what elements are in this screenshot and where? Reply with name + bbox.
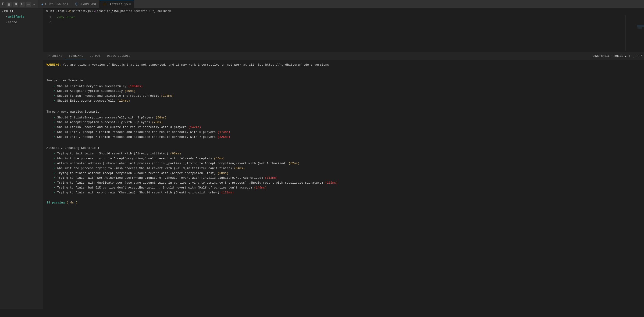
test-line-3: ✓ Should Finish Procces and calculate th… — [54, 94, 641, 98]
warning-text: You are using a version of Node.js that … — [63, 63, 329, 66]
checkmark-8: ✓ — [54, 130, 57, 134]
checkmark-2: ✓ — [54, 89, 57, 93]
tab-close-icon[interactable]: × — [129, 3, 131, 6]
maximize-panel-icon[interactable]: ☐ — [637, 54, 639, 58]
passing-time-close: ) — [76, 201, 78, 204]
test-time-6: (70ms) — [152, 120, 163, 124]
test-line-14: ✓ Trying to finish without AcceptEncrypt… — [54, 171, 641, 176]
artifacts-label: artifacts — [8, 15, 24, 18]
checkmark-15: ✓ — [54, 176, 57, 180]
md-file-icon: ⓘ — [75, 2, 78, 6]
checkmark-14: ✓ — [54, 172, 57, 175]
test-time-4: (124ms) — [117, 99, 130, 102]
cache-label: cache — [8, 20, 17, 24]
breadcrumb: multi › test › JS uinttest.js › ◎ descri… — [43, 8, 644, 14]
test-line-4: ✓ Should Emitt events successfully (124m… — [54, 98, 641, 104]
breadcrumb-sep-2: › — [66, 10, 67, 13]
test-time-1: (1964ms) — [128, 84, 143, 88]
chevron-down-icon: ⌄ — [2, 10, 3, 12]
section-title-two-parties: Two parties Scenario : — [46, 78, 641, 83]
test-time-16: (115ms) — [325, 181, 338, 184]
tab-js[interactable]: JS uinttest.js × — [100, 0, 134, 8]
test-line-16: ✓ Trying to finish with duplicate user (… — [54, 180, 641, 186]
terminal-name: powershell - multi — [592, 54, 623, 58]
passing-time-value: 4s — [70, 201, 74, 204]
test-time-3: (123ms) — [161, 94, 174, 98]
code-line-1: //By Jnbez — [57, 15, 624, 20]
chevron-right-icon: › — [6, 16, 7, 18]
checkmark-10: ✓ — [54, 152, 57, 155]
refresh-button[interactable]: ↻ — [20, 2, 25, 7]
test-time-14: (68ms) — [218, 172, 228, 175]
test-time-17: (149ms) — [254, 186, 267, 190]
test-line-10: ✓ Trying to init twice , Should revert w… — [54, 152, 641, 156]
chevron-right-icon-2: › — [6, 21, 7, 24]
breadcrumb-test: test — [58, 10, 65, 13]
code-content[interactable]: //By Jnbez — [55, 15, 625, 51]
breadcrumb-sep-3: › — [92, 10, 94, 13]
test-line-6: ✓ Should AcceptEncryption successfully w… — [54, 120, 641, 125]
test-time-15: (112ms) — [265, 176, 278, 180]
test-time-7: (142ms) — [188, 126, 201, 129]
passing-time: ( — [66, 201, 68, 204]
passing-label: passing — [52, 201, 66, 204]
test-line-1: ✓ Should InitiateEncryption successfully… — [54, 84, 641, 89]
split-terminal-icon[interactable]: ⋮ — [632, 54, 635, 58]
test-line-13: ✓ Who init the process trying to Finsh p… — [54, 166, 641, 171]
test-line-11: ✓ Who init the process trying to AcceptE… — [54, 156, 641, 161]
panel-tab-actions: powershell - multi ▶ + ⋮ ☐ × — [592, 54, 642, 58]
panel-tabs: PROBLEMS TERMINAL OUTPUT DEBUG CONSOLE p… — [43, 52, 644, 60]
checkmark-11: ✓ — [54, 157, 57, 160]
sidebar-item-cache[interactable]: › cache — [0, 20, 43, 25]
test-line-9: ✓ Should Init / Accept / Finish Procces … — [54, 135, 641, 140]
warning-line: WARNING: You are using a version of Node… — [46, 62, 641, 68]
checkmark-1: ✓ — [54, 84, 57, 88]
tab-problems[interactable]: PROBLEMS — [45, 53, 65, 59]
more-button[interactable]: ⋯ — [33, 2, 35, 6]
test-time-8: (173ms) — [218, 130, 230, 134]
breadcrumb-file: uinttest.js — [72, 10, 91, 13]
test-line-18: ✓ Trying to finish with wrong rngs (Chea… — [54, 190, 641, 195]
terminal-content[interactable]: WARNING: You are using a version of Node… — [43, 60, 644, 309]
minimize-button[interactable]: — — [26, 2, 31, 7]
section-title-three-parties: Three / more parties Scenario : — [46, 110, 641, 114]
test-time-12: (62ms) — [288, 162, 300, 165]
sol-file-icon: ◆ — [41, 2, 43, 6]
sidebar-item-artifacts[interactable]: › artifacts — [0, 14, 43, 20]
sidebar-root[interactable]: ⌄ multi — [0, 8, 43, 14]
checkmark-5: ✓ — [54, 116, 57, 119]
tab-terminal[interactable]: TERMINAL — [66, 53, 86, 59]
new-terminal-icon[interactable]: + — [628, 54, 630, 58]
split-button[interactable]: ⊞ — [13, 2, 18, 7]
test-time-11: (64ms) — [214, 157, 225, 160]
checkmark-16: ✓ — [54, 181, 57, 184]
svg-rect-1 — [637, 25, 644, 27]
tab-output[interactable]: OUTPUT — [87, 53, 103, 59]
close-panel-icon[interactable]: × — [640, 54, 642, 58]
js-file-icon: JS — [103, 2, 106, 6]
breadcrumb-multi: multi — [46, 10, 54, 13]
titlebar: E ▤ ⊞ ↻ — ⋯ ◆ multi_RNG.sol ⓘ README.md … — [0, 0, 644, 8]
explorer-button[interactable]: ▤ — [6, 2, 12, 7]
test-time-10: (66ms) — [170, 152, 181, 155]
test-time-18: (121ms) — [221, 191, 234, 194]
tab-sol[interactable]: ◆ multi_RNG.sol — [38, 0, 72, 8]
checkmark-6: ✓ — [54, 120, 57, 124]
test-time-13: (64ms) — [234, 166, 245, 170]
passing-count: 18 — [46, 201, 50, 204]
passing-summary: 18 passing ( 4s ) — [46, 200, 641, 205]
main-layout: ⌄ multi › artifacts › cache multi › test… — [0, 8, 644, 309]
test-time-2: (89ms) — [124, 89, 136, 93]
test-time-5: (56ms) — [156, 116, 166, 119]
tab-md[interactable]: ⓘ README.md — [72, 0, 100, 8]
section-title-attacks: Attacks / Cheating Scenario : — [46, 146, 641, 151]
minimap — [625, 15, 644, 51]
checkmark-7: ✓ — [54, 126, 57, 129]
tab-debug-console[interactable]: DEBUG CONSOLE — [104, 53, 133, 59]
test-line-5: ✓ Should InitiateEncryption successfully… — [54, 116, 641, 120]
bottom-panel: PROBLEMS TERMINAL OUTPUT DEBUG CONSOLE p… — [43, 52, 644, 309]
test-line-8: ✓ Should Init / Accept / Finish Procces … — [54, 130, 641, 135]
checkmark-9: ✓ — [54, 135, 57, 139]
warning-keyword: WARNING: — [46, 63, 61, 66]
checkmark-4: ✓ — [54, 99, 57, 102]
